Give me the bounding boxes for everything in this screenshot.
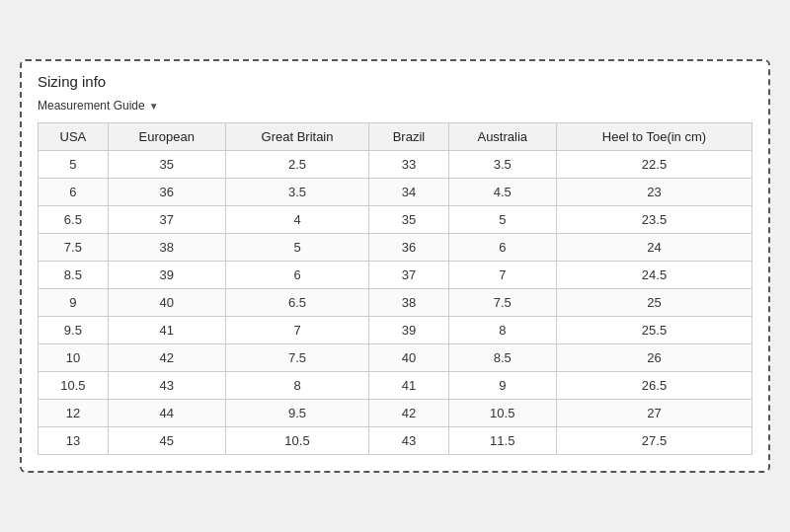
- table-cell: 5: [39, 151, 109, 179]
- table-cell: 36: [369, 234, 448, 262]
- table-cell: 9.5: [39, 317, 109, 344]
- table-cell: 8.5: [39, 262, 109, 289]
- table-cell: 11.5: [448, 427, 556, 455]
- table-cell: 6.5: [225, 289, 369, 317]
- table-cell: 43: [108, 372, 225, 400]
- table-cell: 6.5: [39, 206, 109, 234]
- table-header-cell: European: [108, 123, 225, 151]
- table-header-row: USAEuropeanGreat BritainBrazilAustraliaH…: [39, 123, 752, 151]
- table-header-cell: Great Britain: [225, 123, 369, 151]
- table-cell: 33: [369, 151, 448, 179]
- table-cell: 37: [369, 262, 448, 289]
- table-cell: 8: [225, 372, 369, 400]
- table-cell: 5: [448, 206, 556, 234]
- table-row: 8.539637724.5: [39, 262, 752, 289]
- table-cell: 2.5: [225, 151, 369, 179]
- table-cell: 35: [108, 151, 225, 179]
- table-cell: 26.5: [556, 372, 751, 400]
- table-cell: 45: [108, 427, 225, 455]
- table-cell: 41: [369, 372, 448, 400]
- table-cell: 4: [225, 206, 369, 234]
- table-header-cell: Heel to Toe(in cm): [556, 123, 751, 151]
- table-cell: 22.5: [556, 151, 751, 179]
- table-cell: 38: [108, 234, 225, 262]
- table-cell: 10.5: [39, 372, 109, 400]
- table-cell: 24.5: [556, 262, 751, 289]
- table-cell: 7: [225, 317, 369, 344]
- table-cell: 37: [108, 206, 225, 234]
- table-row: 6.537435523.5: [39, 206, 752, 234]
- table-cell: 35: [369, 206, 448, 234]
- chevron-down-icon: ▼: [149, 101, 159, 112]
- table-cell: 9: [448, 372, 556, 400]
- table-cell: 27: [556, 400, 751, 427]
- table-cell: 38: [369, 289, 448, 317]
- table-cell: 7: [448, 262, 556, 289]
- table-cell: 24: [556, 234, 751, 262]
- table-cell: 7.5: [39, 234, 109, 262]
- sizing-container: Sizing info Measurement Guide ▼ USAEurop…: [20, 59, 770, 473]
- table-cell: 42: [108, 344, 225, 372]
- table-cell: 5: [225, 234, 369, 262]
- table-cell: 25: [556, 289, 751, 317]
- table-cell: 6: [448, 234, 556, 262]
- table-row: 5352.5333.522.5: [39, 151, 752, 179]
- table-cell: 40: [369, 344, 448, 372]
- table-cell: 26: [556, 344, 751, 372]
- table-cell: 43: [369, 427, 448, 455]
- table-cell: 44: [108, 400, 225, 427]
- table-cell: 9.5: [225, 400, 369, 427]
- table-cell: 42: [369, 400, 448, 427]
- measurement-guide-button[interactable]: Measurement Guide ▼: [38, 99, 159, 113]
- table-cell: 10.5: [448, 400, 556, 427]
- table-cell: 40: [108, 289, 225, 317]
- table-cell: 41: [108, 317, 225, 344]
- table-row: 7.538536624: [39, 234, 752, 262]
- table-row: 134510.54311.527.5: [39, 427, 752, 455]
- table-cell: 3.5: [225, 179, 369, 206]
- table-cell: 10: [39, 344, 109, 372]
- table-row: 10427.5408.526: [39, 344, 752, 372]
- table-row: 9406.5387.525: [39, 289, 752, 317]
- table-cell: 7.5: [225, 344, 369, 372]
- table-cell: 7.5: [448, 289, 556, 317]
- table-cell: 36: [108, 179, 225, 206]
- table-cell: 3.5: [448, 151, 556, 179]
- table-cell: 12: [39, 400, 109, 427]
- table-row: 9.541739825.5: [39, 317, 752, 344]
- table-cell: 8.5: [448, 344, 556, 372]
- table-cell: 23.5: [556, 206, 751, 234]
- table-header-cell: USA: [39, 123, 109, 151]
- table-cell: 6: [225, 262, 369, 289]
- table-row: 12449.54210.527: [39, 400, 752, 427]
- measurement-guide-label: Measurement Guide: [38, 99, 145, 113]
- table-cell: 39: [369, 317, 448, 344]
- table-cell: 6: [39, 179, 109, 206]
- sizing-title: Sizing info: [38, 73, 752, 90]
- table-header-cell: Brazil: [369, 123, 448, 151]
- table-cell: 10.5: [225, 427, 369, 455]
- sizing-table: USAEuropeanGreat BritainBrazilAustraliaH…: [38, 122, 752, 455]
- table-cell: 9: [39, 289, 109, 317]
- table-cell: 8: [448, 317, 556, 344]
- table-header-cell: Australia: [448, 123, 556, 151]
- table-row: 6363.5344.523: [39, 179, 752, 206]
- table-cell: 27.5: [556, 427, 751, 455]
- table-cell: 23: [556, 179, 751, 206]
- table-row: 10.543841926.5: [39, 372, 752, 400]
- table-cell: 4.5: [448, 179, 556, 206]
- table-body: 5352.5333.522.56363.5344.5236.537435523.…: [39, 151, 752, 455]
- table-cell: 13: [39, 427, 109, 455]
- table-cell: 25.5: [556, 317, 751, 344]
- table-cell: 34: [369, 179, 448, 206]
- table-cell: 39: [108, 262, 225, 289]
